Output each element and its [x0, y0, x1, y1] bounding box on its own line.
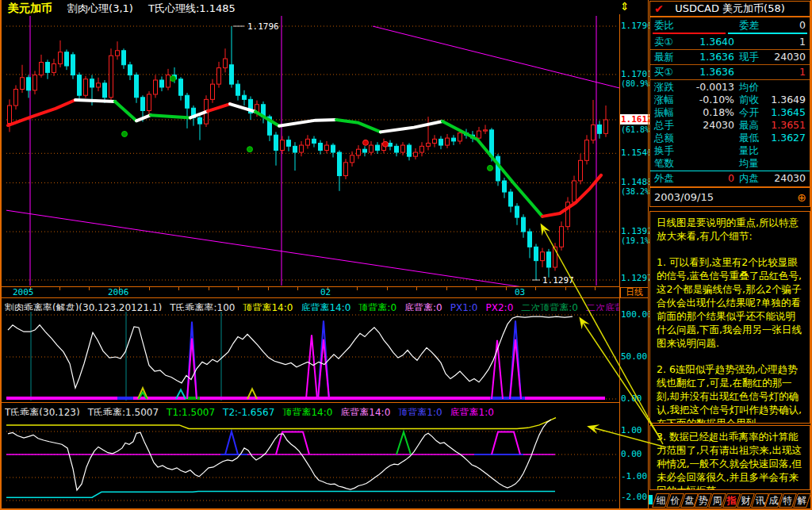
quote-cell: 1.3649 [771, 94, 806, 106]
quote-cell: 均价 [739, 81, 759, 94]
bottom-header-field: 底背离14:0 [340, 407, 390, 416]
annotation-box-2: 3. 数据已经超出乖离率的计算能力范围了,只有请出祖宗来,出现这种情况,一般不久… [649, 425, 810, 490]
quote-row: 笔数均量 [650, 157, 810, 170]
crosshair-icon[interactable]: ⊕ [797, 189, 806, 207]
quote-cell: 外盘 [654, 172, 674, 185]
psych-line-value: T氏心理线:1.1485 [148, 2, 236, 14]
quote-cell: 0.18% [682, 106, 734, 119]
quote-cell: 24030 [682, 119, 734, 132]
check-icon: ✔ [654, 2, 664, 16]
quote-cell: 最高 [739, 119, 759, 132]
x-axis-tick [149, 287, 150, 290]
middle-header-field: 底背离14:0 [301, 302, 350, 311]
annotation-point-1: 1. 可以看到,这里有2个比较显眼的信号,蓝色信号重叠了品红色号,这2个都是骗线… [657, 255, 803, 350]
main-candlestick-chart[interactable]: 1.17961.1297 [0, 14, 619, 286]
quote-cell: 1.3627 [771, 132, 806, 144]
quote-cell: 量比 [739, 144, 759, 157]
quote-cell: 涨跌 [654, 81, 674, 94]
indicator-name: 割肉心理(3,1) [67, 2, 133, 14]
quote-row: 委比委差0 [650, 19, 810, 32]
quote-row: 振幅0.18%今开1.3645 [650, 106, 810, 119]
price-axis-label: -2.00 [621, 492, 647, 502]
middle-header-field: PX2:0 [486, 302, 514, 311]
title-bar: 美元加币 割肉心理(3,1) T氏心理线:1.1485 [3, 0, 619, 14]
x-axis-tick [416, 287, 417, 290]
middle-indicator-header: 割肉乖离率(解盘)(30,123,20121,1)T氏乖离率:100顶背离14:… [5, 299, 619, 311]
bottom-header-field: T氏乖离(30,123) [5, 407, 80, 416]
period-label[interactable]: 日线 [620, 287, 649, 298]
ratio-bar-cyan [728, 33, 807, 34]
bottom-tab-bar: 细价盘势周指财讯成特解 [649, 492, 810, 508]
annotation-point-2: 2. 6连阳似乎趋势强劲,心理趋势线也翻红了,可是,在翻红的那一刻,却并没有出现… [657, 362, 803, 424]
x-axis-tick [565, 287, 566, 290]
scroll-updown-icon[interactable]: ⇕ [620, 0, 630, 13]
quote-cell: 1 [799, 66, 806, 79]
quote-cell: 均量 [739, 157, 759, 170]
quote-row: 换手量比 [650, 144, 810, 157]
quote-cell: 总额 [654, 132, 674, 144]
quote-cell: 前收 [739, 94, 759, 106]
quote-cell: 0 [682, 172, 734, 185]
quote-header: ✔ USDCAD 美元加币(58) [649, 1, 810, 17]
x-axis-label: 02 [320, 287, 331, 297]
quote-cell: 1.3636 [682, 66, 734, 79]
quote-cell: 1 [799, 36, 806, 48]
middle-header-field: 二次底背离:0 [586, 302, 619, 311]
quote-cell: 内盘 [739, 172, 759, 185]
x-axis-tick [209, 287, 209, 290]
middle-header-field: 顶背离:0 [358, 302, 396, 311]
quote-divider-cyan [650, 171, 810, 171]
x-axis-tick [446, 287, 447, 290]
quote-cell: 委比 [654, 19, 674, 32]
date-row: 2003/09/15 ⊕ [649, 187, 810, 207]
middle-header-field: 二次顶背离:0 [521, 302, 578, 311]
x-axis-tick [268, 287, 269, 290]
quote-cell: 总手 [654, 119, 674, 132]
quote-row: 卖①1.36401 [650, 36, 810, 48]
quote-cell: 1.3645 [771, 106, 806, 119]
quote-cell: 最新 [654, 51, 674, 63]
annotation-point-3: 3. 数据已经超出乖离率的计算能力范围了,只有请出祖宗来,出现这种情况,一般不久… [657, 430, 803, 490]
tab-scroll-mark[interactable] [649, 495, 653, 504]
ratio-bar-red [653, 33, 726, 34]
quote-divider [650, 49, 810, 50]
quote-row: 涨幅-0.10%前收1.3649 [650, 94, 810, 106]
middle-header-field: PX1:0 [450, 302, 478, 311]
middle-header-field: 割肉乖离率(解盘)(30,123,20121,1) [5, 302, 162, 311]
quote-cell: 24030 [774, 172, 806, 185]
quote-cell: 今开 [739, 106, 759, 119]
quote-row: 买①1.36361 [650, 66, 810, 79]
bottom-header-field: 顶背离14:0 [282, 407, 332, 416]
bottom-header-field: 底背离1:0 [450, 407, 494, 416]
x-axis-tick [238, 287, 239, 290]
quote-cell: 1.3640 [682, 36, 734, 48]
quote-date: 2003/09/15 [654, 191, 714, 203]
x-axis-tick [357, 287, 358, 290]
axis-separator [619, 14, 620, 508]
svg-text:1.1796: 1.1796 [247, 21, 279, 32]
window-border-left [0, 0, 2, 510]
quote-cell: 24030 [774, 51, 806, 63]
quote-cell: -0.10% [682, 94, 734, 106]
price-axis-label: 0.00 [621, 393, 642, 404]
quote-row: 最新1.3636现手24030 [650, 51, 810, 63]
x-axis-tick [595, 287, 596, 290]
middle-indicator-chart[interactable] [0, 311, 619, 402]
middle-header-field: T氏乖离率:100 [170, 302, 235, 311]
price-axis-label: -1.00 [621, 471, 647, 481]
x-axis-tick [535, 287, 536, 290]
x-axis-label: 2005 [13, 287, 34, 297]
x-axis-tick [178, 287, 179, 290]
quote-divider [650, 64, 810, 65]
quote-cell: 笔数 [654, 157, 674, 170]
tab-解[interactable]: 解 [793, 493, 811, 508]
bottom-indicator-chart[interactable] [0, 417, 619, 508]
quote-cell: 买① [654, 66, 673, 79]
panel-separator [648, 0, 649, 508]
symbol-name: 美元加币 [8, 2, 52, 14]
middle-header-field: 顶背离14:0 [243, 302, 293, 311]
axis-line-bottom [2, 297, 619, 298]
x-axis-label: 2006 [108, 287, 129, 297]
x-axis-tick [297, 287, 298, 290]
quote-row: 总额最低1.3627 [650, 132, 810, 144]
